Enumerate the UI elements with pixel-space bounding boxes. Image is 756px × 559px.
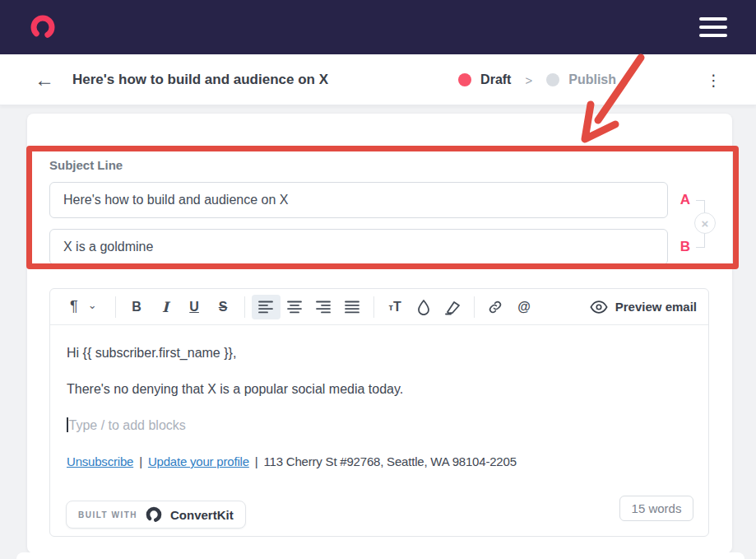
formatting-toolbar: ¶ ⌄ B I U S — [50, 289, 708, 325]
publish-step-label[interactable]: Publish — [568, 72, 616, 87]
built-with-convertkit-badge[interactable]: BUILT WITH ConvertKit — [66, 501, 246, 529]
text-color-button[interactable] — [410, 295, 438, 319]
convertkit-logo-icon[interactable] — [29, 13, 57, 41]
bold-button[interactable]: B — [123, 295, 151, 319]
link-button[interactable] — [481, 295, 510, 319]
draft-status-dot — [458, 73, 471, 86]
footer-separator: | — [255, 454, 258, 468]
preview-email-button[interactable]: Preview email — [590, 300, 697, 314]
update-profile-link[interactable]: Update your profile — [148, 454, 249, 468]
strikethrough-button[interactable]: S — [209, 295, 238, 319]
block-placeholder-text: Type / to add blocks — [69, 418, 186, 432]
hamburger-menu-icon[interactable] — [699, 17, 727, 37]
editor-header: ← Here's how to build and audience on X … — [0, 54, 756, 105]
align-right-button[interactable] — [309, 295, 338, 319]
toolbar-divider — [115, 296, 116, 318]
droplet-icon — [416, 299, 431, 315]
align-justify-icon — [344, 300, 360, 314]
publish-status-dot — [546, 73, 559, 86]
text-cursor — [67, 417, 68, 432]
variant-b-tag: B — [676, 239, 694, 255]
highlight-button[interactable] — [438, 295, 467, 319]
text-size-button[interactable]: тT — [381, 295, 410, 319]
unsubscribe-link[interactable]: Unsubscribe — [67, 454, 133, 468]
align-justify-button[interactable] — [338, 295, 367, 319]
subject-line-label: Subject Line — [49, 158, 123, 172]
chevron-right-icon: > — [525, 73, 532, 87]
align-left-icon — [257, 300, 274, 314]
underline-button[interactable]: U — [180, 295, 209, 319]
align-left-button[interactable] — [252, 295, 281, 319]
top-navbar — [0, 0, 756, 54]
align-center-icon — [286, 300, 303, 314]
align-center-button[interactable] — [281, 295, 309, 319]
eye-icon — [590, 300, 608, 314]
toolbar-divider — [373, 296, 374, 318]
status-stepper: Draft > Publish — [458, 54, 616, 105]
back-arrow-icon[interactable]: ← — [35, 70, 54, 90]
email-footer-line: Unsubscribe|Update your profile|113 Cher… — [67, 452, 692, 472]
body-line-intro[interactable]: There's no denying that X is a popular s… — [67, 380, 692, 399]
built-with-label: BUILT WITH — [78, 510, 137, 519]
kebab-menu-icon[interactable]: ⋮ — [706, 54, 721, 105]
ab-test-remove-button[interactable]: × — [694, 212, 716, 234]
highlighter-icon — [444, 299, 461, 315]
paragraph-style-dropdown[interactable]: ¶ ⌄ — [53, 295, 109, 319]
link-icon — [486, 299, 504, 315]
next-section-card-edge — [16, 552, 744, 559]
word-count-badge: 15 words — [619, 496, 693, 521]
text-size-big-glyph: T — [393, 300, 401, 314]
paragraph-icon: ¶ — [70, 298, 78, 315]
align-right-icon — [315, 300, 332, 314]
email-body[interactable]: Hi {{ subscriber.first_name }}, There's … — [50, 325, 708, 488]
toolbar-divider — [474, 296, 475, 318]
footer-separator: | — [139, 454, 142, 468]
sender-address: 113 Cherry St #92768, Seattle, WA 98104-… — [264, 454, 517, 468]
draft-step-label[interactable]: Draft — [480, 72, 511, 87]
page-title: Here's how to build and audience on X — [72, 72, 328, 88]
subject-input-a[interactable] — [49, 182, 668, 218]
convertkit-badge-logo-icon — [145, 505, 163, 524]
italic-button[interactable]: I — [151, 295, 180, 319]
convertkit-brand-label: ConvertKit — [170, 508, 234, 522]
preview-email-label: Preview email — [615, 300, 697, 314]
email-editor: ¶ ⌄ B I U S — [49, 288, 709, 537]
convertkit-broadcast-editor: ← Here's how to build and audience on X … — [0, 0, 756, 559]
variant-a-tag: A — [676, 192, 694, 208]
block-placeholder[interactable]: Type / to add blocks — [67, 416, 692, 436]
toolbar-divider — [244, 296, 245, 318]
subject-input-b[interactable] — [49, 229, 668, 265]
mention-button[interactable]: @ — [510, 295, 539, 319]
body-line-greeting[interactable]: Hi {{ subscriber.first_name }}, — [67, 343, 692, 363]
chevron-down-icon: ⌄ — [88, 299, 97, 311]
